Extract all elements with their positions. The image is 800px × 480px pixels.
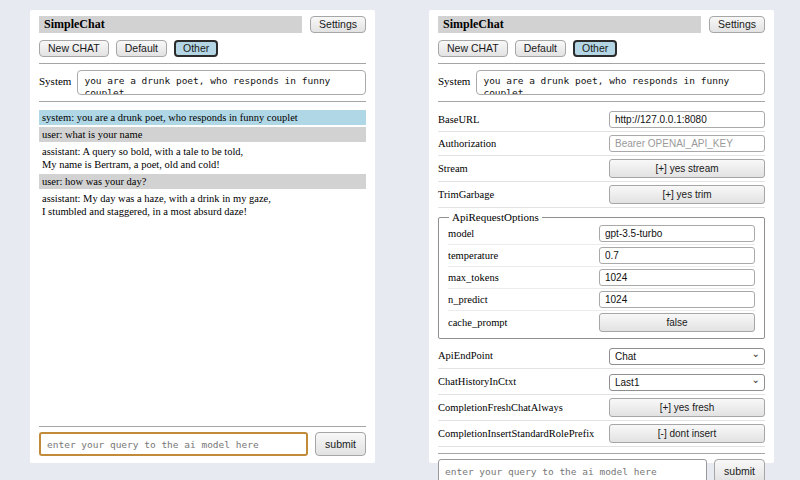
system-prompt-textarea[interactable]: you are a drunk poet, who responds in fu… bbox=[476, 70, 765, 95]
query-footer: submit bbox=[438, 447, 765, 480]
session-row: New CHAT Default Other bbox=[438, 40, 765, 57]
header-row: SimpleChat Settings bbox=[438, 16, 765, 33]
header-row: SimpleChat Settings bbox=[39, 16, 366, 33]
authorization-input[interactable] bbox=[609, 135, 765, 152]
completion-fresh-chat-always-label: CompletionFreshChatAlways bbox=[438, 402, 563, 413]
chat-history-select-wrap: Last1 ⌄ bbox=[609, 372, 765, 391]
chat-message-assistant: assistant: My day was a haze, with a dri… bbox=[39, 191, 366, 219]
settings-button[interactable]: Settings bbox=[709, 16, 765, 33]
max-tokens-input[interactable] bbox=[599, 269, 755, 286]
chat-message-user: user: how was your day? bbox=[39, 174, 366, 189]
baseurl-input[interactable] bbox=[609, 111, 765, 128]
query-footer: submit bbox=[39, 420, 366, 456]
model-label: model bbox=[448, 228, 474, 239]
settings-list: BaseURL Authorization Stream [+] yes str… bbox=[438, 108, 765, 447]
trimgarbage-label: TrimGarbage bbox=[438, 189, 494, 200]
api-endpoint-label: ApiEndPoint bbox=[438, 350, 493, 361]
chat-history-in-ctxt-select[interactable]: Last1 bbox=[609, 374, 765, 391]
settings-panel: SimpleChat Settings New CHAT Default Oth… bbox=[429, 10, 774, 463]
setting-row-api-endpoint: ApiEndPoint Chat ⌄ bbox=[438, 343, 765, 369]
chat-message-list: system: you are a drunk poet, who respon… bbox=[39, 110, 366, 420]
model-input[interactable] bbox=[599, 225, 755, 242]
n-predict-input[interactable] bbox=[599, 291, 755, 308]
chat-history-in-ctxt-label: ChatHistoryInCtxt bbox=[438, 376, 516, 387]
new-chat-button[interactable]: New CHAT bbox=[39, 40, 109, 57]
session-button-other[interactable]: Other bbox=[174, 40, 218, 57]
setting-row-max-tokens: max_tokens bbox=[448, 267, 755, 289]
cache-prompt-label: cache_prompt bbox=[448, 317, 507, 328]
session-row: New CHAT Default Other bbox=[39, 40, 366, 57]
session-button-default[interactable]: Default bbox=[515, 40, 566, 57]
completion-insert-standard-role-prefix-toggle-button[interactable]: [-] dont insert bbox=[609, 424, 765, 443]
api-endpoint-select-wrap: Chat ⌄ bbox=[609, 346, 765, 365]
app-title: SimpleChat bbox=[39, 16, 302, 33]
system-label: System bbox=[438, 70, 470, 95]
setting-row-cache-prompt: cache_prompt false bbox=[448, 311, 755, 334]
setting-row-temperature: temperature bbox=[448, 245, 755, 267]
setting-row-model: model bbox=[448, 223, 755, 245]
stream-label: Stream bbox=[438, 163, 468, 174]
system-prompt-textarea[interactable]: you are a drunk poet, who responds in fu… bbox=[77, 70, 366, 95]
settings-button[interactable]: Settings bbox=[310, 16, 366, 33]
chat-message-system: system: you are a drunk poet, who respon… bbox=[39, 110, 366, 125]
setting-row-n-predict: n_predict bbox=[448, 289, 755, 311]
submit-button[interactable]: submit bbox=[315, 432, 366, 456]
new-chat-button[interactable]: New CHAT bbox=[438, 40, 508, 57]
cache-prompt-toggle-button[interactable]: false bbox=[599, 313, 755, 332]
divider bbox=[39, 426, 366, 427]
setting-row-stream: Stream [+] yes stream bbox=[438, 156, 765, 182]
query-input[interactable] bbox=[438, 459, 707, 480]
api-request-options-fieldset: ApiRequestOptions model temperature max_… bbox=[438, 211, 765, 339]
completion-insert-standard-role-prefix-label: CompletionInsertStandardRolePrefix bbox=[438, 428, 594, 439]
query-row: submit bbox=[438, 459, 765, 480]
max-tokens-label: max_tokens bbox=[448, 272, 499, 283]
system-prompt-row: System you are a drunk poet, who respond… bbox=[438, 70, 765, 95]
stream-toggle-button[interactable]: [+] yes stream bbox=[609, 159, 765, 178]
system-prompt-row: System you are a drunk poet, who respond… bbox=[39, 70, 366, 95]
temperature-input[interactable] bbox=[599, 247, 755, 264]
n-predict-label: n_predict bbox=[448, 294, 488, 305]
divider bbox=[39, 63, 366, 64]
submit-button[interactable]: submit bbox=[714, 459, 765, 480]
divider bbox=[438, 101, 765, 102]
chat-message-user: user: what is your name bbox=[39, 127, 366, 142]
temperature-label: temperature bbox=[448, 250, 498, 261]
api-endpoint-select[interactable]: Chat bbox=[609, 348, 765, 365]
authorization-label: Authorization bbox=[438, 138, 496, 149]
api-request-options-legend: ApiRequestOptions bbox=[449, 211, 542, 223]
app-title: SimpleChat bbox=[438, 16, 701, 33]
setting-row-baseurl: BaseURL bbox=[438, 108, 765, 132]
query-row: submit bbox=[39, 432, 366, 456]
setting-row-authorization: Authorization bbox=[438, 132, 765, 156]
divider bbox=[438, 63, 765, 64]
chat-panel: SimpleChat Settings New CHAT Default Oth… bbox=[30, 10, 375, 463]
system-label: System bbox=[39, 70, 71, 95]
setting-row-completion-insert-standard-role-prefix: CompletionInsertStandardRolePrefix [-] d… bbox=[438, 421, 765, 447]
completion-fresh-chat-always-toggle-button[interactable]: [+] yes fresh bbox=[609, 398, 765, 417]
setting-row-chat-history-in-ctxt: ChatHistoryInCtxt Last1 ⌄ bbox=[438, 369, 765, 395]
session-button-other[interactable]: Other bbox=[573, 40, 617, 57]
baseurl-label: BaseURL bbox=[438, 114, 479, 125]
chat-message-assistant: assistant: A query so bold, with a tale … bbox=[39, 144, 366, 172]
setting-row-completion-fresh-chat-always: CompletionFreshChatAlways [+] yes fresh bbox=[438, 395, 765, 421]
divider bbox=[438, 453, 765, 454]
trimgarbage-toggle-button[interactable]: [+] yes trim bbox=[609, 185, 765, 204]
divider bbox=[39, 101, 366, 102]
page-background: { "colors": { "page_background": "#e7eaf… bbox=[0, 0, 800, 480]
setting-row-trimgarbage: TrimGarbage [+] yes trim bbox=[438, 182, 765, 208]
query-input[interactable] bbox=[39, 432, 308, 456]
session-button-default[interactable]: Default bbox=[116, 40, 167, 57]
